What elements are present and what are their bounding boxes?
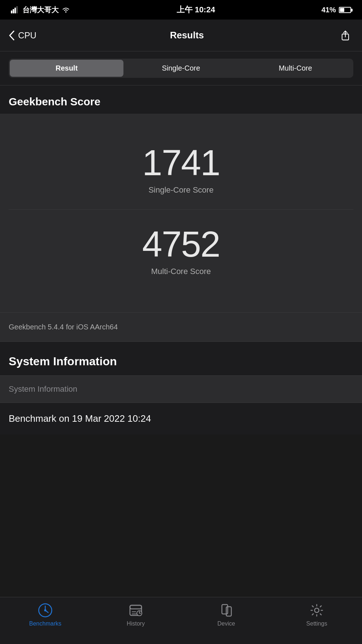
segment-single-core[interactable]: Single-Core — [124, 60, 238, 77]
multi-core-label: Multi-Core Score — [151, 267, 211, 276]
system-info-sub: System Information — [0, 375, 362, 403]
svg-rect-8 — [130, 605, 142, 609]
page-title: Results — [170, 30, 204, 41]
back-label: CPU — [18, 30, 37, 41]
tab-history[interactable]: History — [90, 602, 181, 627]
system-info-sub-text: System Information — [9, 384, 353, 394]
tab-benchmarks[interactable]: Benchmarks — [0, 602, 90, 627]
svg-point-6 — [44, 609, 46, 611]
tab-history-label: History — [127, 620, 145, 627]
tab-settings[interactable]: Settings — [272, 602, 362, 627]
wifi-icon — [62, 7, 70, 13]
scores-container: 1741 Single-Core Score 4752 Multi-Core S… — [0, 114, 362, 312]
single-core-score-block: 1741 Single-Core Score — [9, 128, 353, 209]
svg-point-15 — [315, 608, 319, 613]
benchmark-text: Benchmark on 19 Mar 2022 10:24 — [9, 413, 353, 424]
signal-icon — [11, 6, 20, 13]
benchmarks-icon — [37, 602, 53, 618]
system-info-title: System Information — [9, 355, 353, 368]
single-core-score: 1741 — [142, 143, 220, 182]
benchmark-bar: Benchmark on 19 Mar 2022 10:24 — [0, 403, 362, 434]
svg-rect-13 — [222, 605, 228, 614]
device-icon — [218, 602, 234, 618]
settings-icon — [309, 602, 325, 618]
multi-core-score: 4752 — [142, 224, 220, 264]
system-info-section: System Information — [0, 342, 362, 375]
segment-multi-core[interactable]: Multi-Core — [239, 60, 352, 77]
battery-icon — [339, 7, 351, 13]
version-info: Geekbench 5.4.4 for iOS AArch64 — [0, 312, 362, 342]
history-icon — [128, 602, 144, 618]
geekbench-score-header: Geekbench Score — [0, 85, 362, 114]
tab-settings-label: Settings — [306, 620, 327, 627]
segment-result[interactable]: Result — [10, 60, 123, 77]
svg-rect-0 — [11, 10, 12, 13]
tab-bar: Benchmarks History Device — [0, 597, 362, 644]
status-bar-time: 上午 10:24 — [177, 4, 215, 15]
carrier-text: 台灣大哥大 — [22, 5, 59, 15]
svg-rect-2 — [14, 8, 16, 13]
status-bar-left: 台灣大哥大 — [11, 5, 70, 15]
status-bar-right: 41% — [321, 6, 351, 14]
back-button[interactable]: CPU — [9, 30, 37, 41]
battery-percent: 41% — [321, 6, 336, 14]
tab-device[interactable]: Device — [181, 602, 272, 627]
tab-benchmarks-label: Benchmarks — [29, 620, 62, 627]
svg-rect-3 — [16, 6, 18, 13]
tab-device-label: Device — [218, 620, 235, 627]
single-core-label: Single-Core Score — [148, 185, 214, 195]
nav-bar: CPU Results — [0, 20, 362, 51]
chevron-left-icon — [9, 30, 15, 41]
svg-rect-14 — [226, 607, 231, 616]
segment-wrapper: Result Single-Core Multi-Core — [0, 51, 362, 85]
segment-control: Result Single-Core Multi-Core — [9, 59, 353, 78]
version-text: Geekbench 5.4.4 for iOS AArch64 — [9, 323, 353, 331]
multi-core-score-block: 4752 Multi-Core Score — [9, 210, 353, 291]
geekbench-score-title: Geekbench Score — [9, 96, 353, 108]
svg-rect-1 — [13, 9, 14, 13]
share-icon — [340, 30, 350, 41]
status-bar: 台灣大哥大 上午 10:24 41% — [0, 0, 362, 20]
share-button[interactable] — [337, 28, 353, 43]
